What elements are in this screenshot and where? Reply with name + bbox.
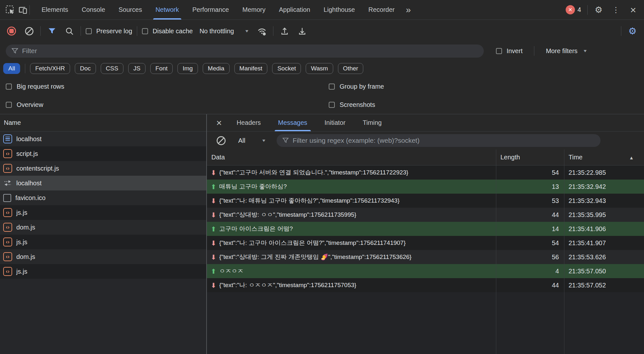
tab-network[interactable]: Network: [149, 0, 185, 20]
close-devtools-icon[interactable]: ×: [627, 4, 640, 16]
message-row[interactable]: ⬇{"text":"나: 매튜님 고구마 좋아하심?","timestamp":…: [207, 194, 644, 208]
more-filters-dropdown[interactable]: More filters ▼: [546, 47, 638, 55]
request-row[interactable]: ‹› js.js: [0, 264, 206, 279]
chip-all[interactable]: All: [3, 63, 20, 74]
import-har-icon[interactable]: [278, 25, 291, 37]
network-conditions-icon[interactable]: [255, 25, 268, 37]
request-row[interactable]: ‹› js.js: [0, 235, 206, 249]
tab-performance[interactable]: Performance: [186, 0, 236, 20]
invert-toggle[interactable]: Invert: [496, 47, 522, 55]
data-column-header[interactable]: Data: [207, 154, 496, 161]
tab-lighthouse[interactable]: Lighthouse: [317, 0, 362, 20]
kebab-menu-icon[interactable]: ⋮: [609, 4, 622, 16]
chip-doc[interactable]: Doc: [75, 63, 96, 74]
messages-toolbar: All ▼: [207, 132, 644, 149]
tab-timing[interactable]: Timing: [354, 114, 390, 131]
chip-other[interactable]: Other: [338, 63, 364, 74]
message-row[interactable]: ⬇{"text":"나: 고구마 아이스크림은 어떰?","timestamp"…: [207, 236, 644, 250]
tab-initiator[interactable]: Initiator: [316, 114, 354, 131]
invert-checkbox[interactable]: [496, 48, 502, 54]
big-request-rows-toggle[interactable]: Big request rows: [6, 77, 64, 96]
length-column-header[interactable]: Length: [496, 154, 564, 161]
record-network-log-icon[interactable]: [5, 25, 18, 37]
script-icon: ‹›: [3, 252, 12, 261]
message-row[interactable]: ⬆매튜님 고구마 좋아하심? 13 21:35:32.942: [207, 180, 644, 194]
filter-input[interactable]: [22, 47, 478, 55]
message-filter-input[interactable]: [293, 137, 595, 144]
receive-arrow-icon: ⬇: [211, 197, 216, 204]
tab-recorder[interactable]: Recorder: [362, 0, 401, 20]
clear-network-log-icon[interactable]: [23, 25, 35, 37]
message-data-text: ㅇㅈㅇㅈ: [219, 267, 244, 275]
chip-css[interactable]: CSS: [101, 63, 123, 74]
message-length-cell: 54: [496, 239, 564, 247]
settings-gear-icon[interactable]: ⚙: [592, 4, 605, 16]
preserve-log-checkbox[interactable]: [86, 28, 92, 34]
tab-sources[interactable]: Sources: [112, 0, 149, 20]
chip-img[interactable]: Img: [177, 63, 198, 74]
filter-input-pill[interactable]: [6, 44, 484, 58]
chip-js[interactable]: JS: [128, 63, 145, 74]
request-row-selected[interactable]: localhost: [0, 176, 206, 190]
request-row[interactable]: ‹› contentscript.js: [0, 161, 206, 176]
chip-wasm[interactable]: Wasm: [306, 63, 333, 74]
devtools-tabbar: Elements Console Sources Network Perform…: [0, 0, 644, 20]
request-row[interactable]: ‹› dom.js: [0, 249, 206, 264]
column-divider[interactable]: [496, 149, 496, 354]
request-row[interactable]: ‹› script.js: [0, 146, 206, 161]
chip-media[interactable]: Media: [203, 63, 230, 74]
preserve-log-toggle[interactable]: Preserve log: [86, 28, 132, 35]
message-row[interactable]: ⬇{"text":"상대방: 그게 진짜 개존맛탱임 🍠","timestamp…: [207, 250, 644, 264]
chip-socket[interactable]: Socket: [272, 63, 301, 74]
request-row[interactable]: ‹› js.js: [0, 205, 206, 220]
chip-manifest[interactable]: Manifest: [234, 63, 268, 74]
tab-application[interactable]: Application: [272, 0, 317, 20]
screenshots-toggle[interactable]: Screenshots: [329, 96, 375, 114]
request-row[interactable]: ‹› dom.js: [0, 220, 206, 235]
export-har-icon[interactable]: [296, 25, 309, 37]
column-divider[interactable]: [564, 149, 564, 354]
throttling-select[interactable]: No throttling ▼: [198, 28, 251, 35]
message-filter-pill[interactable]: [277, 134, 601, 147]
device-toolbar-icon[interactable]: [17, 4, 29, 16]
separator: [587, 5, 588, 15]
request-row[interactable]: localhost: [0, 132, 206, 146]
message-type-select[interactable]: All ▼: [236, 137, 268, 144]
more-filters-label: More filters: [546, 47, 577, 55]
message-row[interactable]: ⬇{"text":"나: ㅇㅈㅇㅈ","timestamp":175621175…: [207, 278, 644, 292]
separator: [137, 26, 137, 36]
tab-memory[interactable]: Memory: [236, 0, 272, 20]
message-data-text: 고구마 아이스크림은 어떰?: [219, 225, 293, 233]
filter-funnel-icon[interactable]: [45, 25, 58, 37]
message-row[interactable]: ⬇{"text":"고구마 서버와 연결 되었습니다.","timestamp"…: [207, 165, 644, 180]
request-row[interactable]: favicon.ico: [0, 190, 206, 205]
message-data-cell: ⬆매튜님 고구마 좋아하심?: [207, 182, 496, 191]
clear-messages-icon[interactable]: [215, 134, 227, 147]
message-row[interactable]: ⬇{"text":"상대방: ㅇㅇ","timestamp":175621173…: [207, 208, 644, 222]
inspect-element-icon[interactable]: [4, 4, 17, 16]
error-badge[interactable]: ✕ 4: [564, 5, 583, 14]
overview-toggle[interactable]: Overview: [6, 96, 43, 114]
more-panels-icon[interactable]: »: [401, 5, 415, 15]
close-detail-icon[interactable]: ×: [210, 118, 228, 128]
time-column-header[interactable]: Time▲: [564, 154, 643, 161]
message-row[interactable]: ⬆ㅇㅈㅇㅈ 4 21:35:57.050: [207, 264, 644, 278]
search-icon[interactable]: [63, 25, 76, 37]
big-request-rows-checkbox[interactable]: [6, 84, 12, 90]
tab-console[interactable]: Console: [75, 0, 112, 20]
name-column-header[interactable]: Name: [0, 114, 206, 132]
message-time-cell: 21:35:57.050: [564, 268, 643, 275]
message-row[interactable]: ⬆고구마 아이스크림은 어떰? 14 21:35:41.906: [207, 222, 644, 236]
group-by-frame-checkbox[interactable]: [329, 84, 335, 90]
tab-headers[interactable]: Headers: [228, 114, 270, 131]
network-settings-gear-icon[interactable]: ⚙: [626, 25, 639, 37]
screenshots-checkbox[interactable]: [329, 102, 335, 108]
overview-checkbox[interactable]: [6, 102, 12, 108]
disable-cache-toggle[interactable]: Disable cache: [142, 28, 193, 35]
disable-cache-checkbox[interactable]: [142, 28, 148, 34]
group-by-frame-toggle[interactable]: Group by frame: [329, 77, 384, 96]
chip-font[interactable]: Font: [150, 63, 173, 74]
tab-messages[interactable]: Messages: [270, 114, 316, 131]
chip-fetch-xhr[interactable]: Fetch/XHR: [30, 63, 70, 74]
tab-elements[interactable]: Elements: [35, 0, 75, 20]
